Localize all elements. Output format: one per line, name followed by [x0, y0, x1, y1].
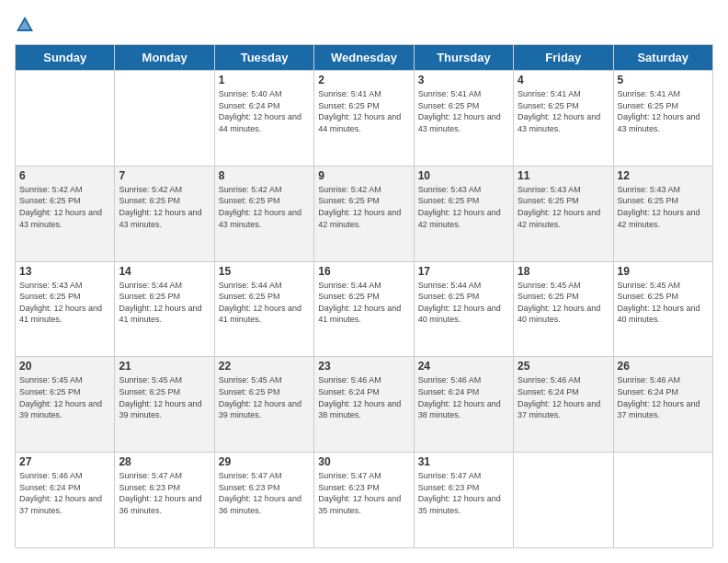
day-info: Sunrise: 5:43 AM Sunset: 6:25 PM Dayligh…	[418, 184, 509, 230]
calendar-cell: 17Sunrise: 5:44 AM Sunset: 6:25 PM Dayli…	[414, 261, 513, 357]
day-number: 10	[418, 169, 509, 182]
calendar-cell: 1Sunrise: 5:40 AM Sunset: 6:24 PM Daylig…	[214, 71, 313, 167]
week-row-5: 27Sunrise: 5:46 AM Sunset: 6:24 PM Dayli…	[16, 453, 713, 548]
dow-header-thursday: Thursday	[414, 45, 513, 71]
day-info: Sunrise: 5:46 AM Sunset: 6:24 PM Dayligh…	[518, 374, 609, 420]
day-info: Sunrise: 5:47 AM Sunset: 6:23 PM Dayligh…	[219, 470, 310, 516]
day-info: Sunrise: 5:42 AM Sunset: 6:25 PM Dayligh…	[318, 184, 409, 230]
day-info: Sunrise: 5:46 AM Sunset: 6:24 PM Dayligh…	[19, 470, 110, 516]
calendar-cell	[613, 453, 712, 548]
calendar-cell: 3Sunrise: 5:41 AM Sunset: 6:25 PM Daylig…	[414, 71, 513, 167]
calendar-cell: 7Sunrise: 5:42 AM Sunset: 6:25 PM Daylig…	[115, 166, 214, 261]
day-info: Sunrise: 5:42 AM Sunset: 6:25 PM Dayligh…	[119, 184, 210, 230]
calendar-cell: 4Sunrise: 5:41 AM Sunset: 6:25 PM Daylig…	[514, 71, 613, 167]
day-number: 8	[219, 169, 310, 182]
calendar-cell: 22Sunrise: 5:45 AM Sunset: 6:25 PM Dayli…	[214, 357, 313, 453]
day-number: 27	[19, 455, 110, 468]
day-number: 12	[618, 169, 709, 182]
day-number: 15	[219, 265, 310, 278]
calendar-cell: 18Sunrise: 5:45 AM Sunset: 6:25 PM Dayli…	[514, 261, 613, 357]
day-number: 18	[518, 265, 609, 278]
day-info: Sunrise: 5:47 AM Sunset: 6:23 PM Dayligh…	[119, 470, 210, 516]
day-info: Sunrise: 5:43 AM Sunset: 6:25 PM Dayligh…	[19, 280, 110, 326]
week-row-4: 20Sunrise: 5:45 AM Sunset: 6:25 PM Dayli…	[16, 357, 713, 453]
day-number: 11	[518, 169, 609, 182]
calendar-cell: 5Sunrise: 5:41 AM Sunset: 6:25 PM Daylig…	[613, 71, 712, 167]
day-number: 31	[418, 455, 509, 468]
day-info: Sunrise: 5:43 AM Sunset: 6:25 PM Dayligh…	[618, 184, 709, 230]
calendar-cell: 28Sunrise: 5:47 AM Sunset: 6:23 PM Dayli…	[115, 453, 214, 548]
day-number: 13	[19, 265, 110, 278]
day-info: Sunrise: 5:41 AM Sunset: 6:25 PM Dayligh…	[518, 88, 609, 134]
days-of-week-row: SundayMondayTuesdayWednesdayThursdayFrid…	[16, 45, 713, 71]
calendar-cell: 23Sunrise: 5:46 AM Sunset: 6:24 PM Dayli…	[314, 357, 414, 453]
day-info: Sunrise: 5:44 AM Sunset: 6:25 PM Dayligh…	[119, 280, 210, 326]
day-number: 25	[518, 360, 609, 373]
calendar-cell: 21Sunrise: 5:45 AM Sunset: 6:25 PM Dayli…	[115, 357, 214, 453]
day-number: 20	[19, 360, 110, 373]
header	[15, 15, 713, 35]
dow-header-saturday: Saturday	[613, 45, 712, 71]
calendar-cell: 11Sunrise: 5:43 AM Sunset: 6:25 PM Dayli…	[514, 166, 613, 261]
calendar-cell: 14Sunrise: 5:44 AM Sunset: 6:25 PM Dayli…	[115, 261, 214, 357]
calendar-cell: 20Sunrise: 5:45 AM Sunset: 6:25 PM Dayli…	[16, 357, 115, 453]
calendar-cell: 12Sunrise: 5:43 AM Sunset: 6:25 PM Dayli…	[613, 166, 712, 261]
day-info: Sunrise: 5:45 AM Sunset: 6:25 PM Dayligh…	[19, 374, 110, 420]
day-number: 22	[219, 360, 310, 373]
calendar-cell: 10Sunrise: 5:43 AM Sunset: 6:25 PM Dayli…	[414, 166, 513, 261]
day-info: Sunrise: 5:42 AM Sunset: 6:25 PM Dayligh…	[19, 184, 110, 230]
day-info: Sunrise: 5:44 AM Sunset: 6:25 PM Dayligh…	[219, 280, 310, 326]
day-number: 2	[318, 74, 409, 86]
day-info: Sunrise: 5:44 AM Sunset: 6:25 PM Dayligh…	[418, 280, 509, 326]
day-info: Sunrise: 5:45 AM Sunset: 6:25 PM Dayligh…	[618, 280, 709, 326]
dow-header-sunday: Sunday	[16, 45, 115, 71]
page: SundayMondayTuesdayWednesdayThursdayFrid…	[0, 0, 728, 563]
day-number: 7	[119, 169, 210, 182]
day-info: Sunrise: 5:41 AM Sunset: 6:25 PM Dayligh…	[618, 88, 709, 134]
day-number: 30	[318, 455, 409, 468]
day-number: 19	[618, 265, 709, 278]
day-info: Sunrise: 5:43 AM Sunset: 6:25 PM Dayligh…	[518, 184, 609, 230]
calendar-cell: 25Sunrise: 5:46 AM Sunset: 6:24 PM Dayli…	[514, 357, 613, 453]
logo-icon	[15, 15, 35, 35]
day-number: 26	[618, 360, 709, 373]
calendar: SundayMondayTuesdayWednesdayThursdayFrid…	[15, 44, 713, 548]
day-number: 14	[119, 265, 210, 278]
dow-header-tuesday: Tuesday	[214, 45, 313, 71]
calendar-cell	[115, 71, 214, 167]
calendar-cell: 13Sunrise: 5:43 AM Sunset: 6:25 PM Dayli…	[16, 261, 115, 357]
calendar-cell: 9Sunrise: 5:42 AM Sunset: 6:25 PM Daylig…	[314, 166, 414, 261]
day-number: 23	[318, 360, 409, 373]
day-info: Sunrise: 5:46 AM Sunset: 6:24 PM Dayligh…	[618, 374, 709, 420]
day-info: Sunrise: 5:45 AM Sunset: 6:25 PM Dayligh…	[119, 374, 210, 420]
dow-header-wednesday: Wednesday	[314, 45, 414, 71]
day-number: 17	[418, 265, 509, 278]
day-number: 28	[119, 455, 210, 468]
calendar-cell: 30Sunrise: 5:47 AM Sunset: 6:23 PM Dayli…	[314, 453, 414, 548]
calendar-cell: 27Sunrise: 5:46 AM Sunset: 6:24 PM Dayli…	[16, 453, 115, 548]
day-info: Sunrise: 5:46 AM Sunset: 6:24 PM Dayligh…	[318, 374, 409, 420]
day-info: Sunrise: 5:45 AM Sunset: 6:25 PM Dayligh…	[219, 374, 310, 420]
day-number: 4	[518, 74, 609, 86]
day-info: Sunrise: 5:46 AM Sunset: 6:24 PM Dayligh…	[418, 374, 509, 420]
calendar-cell: 19Sunrise: 5:45 AM Sunset: 6:25 PM Dayli…	[613, 261, 712, 357]
calendar-cell: 15Sunrise: 5:44 AM Sunset: 6:25 PM Dayli…	[214, 261, 313, 357]
day-info: Sunrise: 5:40 AM Sunset: 6:24 PM Dayligh…	[219, 88, 310, 134]
week-row-2: 6Sunrise: 5:42 AM Sunset: 6:25 PM Daylig…	[16, 166, 713, 261]
day-number: 16	[318, 265, 409, 278]
day-number: 1	[219, 74, 310, 86]
calendar-cell	[514, 453, 613, 548]
day-number: 29	[219, 455, 310, 468]
calendar-cell: 31Sunrise: 5:47 AM Sunset: 6:23 PM Dayli…	[414, 453, 513, 548]
day-number: 5	[618, 74, 709, 86]
day-number: 21	[119, 360, 210, 373]
day-number: 6	[19, 169, 110, 182]
day-info: Sunrise: 5:42 AM Sunset: 6:25 PM Dayligh…	[219, 184, 310, 230]
logo	[15, 15, 39, 35]
day-info: Sunrise: 5:44 AM Sunset: 6:25 PM Dayligh…	[318, 280, 409, 326]
day-info: Sunrise: 5:41 AM Sunset: 6:25 PM Dayligh…	[318, 88, 409, 134]
calendar-cell: 24Sunrise: 5:46 AM Sunset: 6:24 PM Dayli…	[414, 357, 513, 453]
week-row-3: 13Sunrise: 5:43 AM Sunset: 6:25 PM Dayli…	[16, 261, 713, 357]
calendar-cell: 2Sunrise: 5:41 AM Sunset: 6:25 PM Daylig…	[314, 71, 414, 167]
calendar-cell: 6Sunrise: 5:42 AM Sunset: 6:25 PM Daylig…	[16, 166, 115, 261]
